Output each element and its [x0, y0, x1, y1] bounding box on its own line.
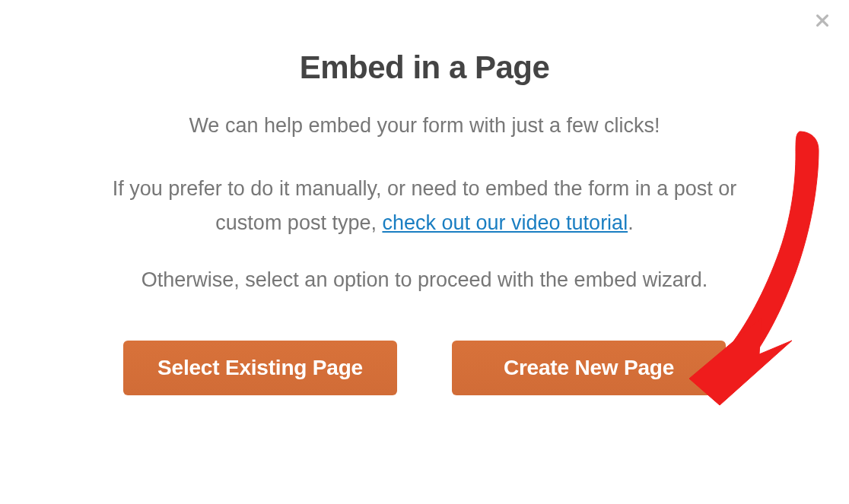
button-row: Select Existing Page Create New Page: [76, 341, 773, 395]
close-button[interactable]: [812, 11, 832, 30]
select-existing-page-button[interactable]: Select Existing Page: [123, 341, 397, 395]
modal-title: Embed in a Page: [76, 49, 773, 86]
modal-paragraph-1: If you prefer to do it manually, or need…: [76, 172, 773, 242]
modal-paragraph-2: Otherwise, select an option to proceed w…: [76, 264, 773, 296]
embed-modal: Embed in a Page We can help embed your f…: [0, 0, 849, 395]
close-icon: [814, 12, 831, 29]
modal-subtitle: We can help embed your form with just a …: [76, 110, 773, 141]
create-new-page-button[interactable]: Create New Page: [452, 341, 726, 395]
paragraph-suffix: .: [628, 211, 634, 234]
video-tutorial-link[interactable]: check out our video tutorial: [382, 211, 628, 234]
